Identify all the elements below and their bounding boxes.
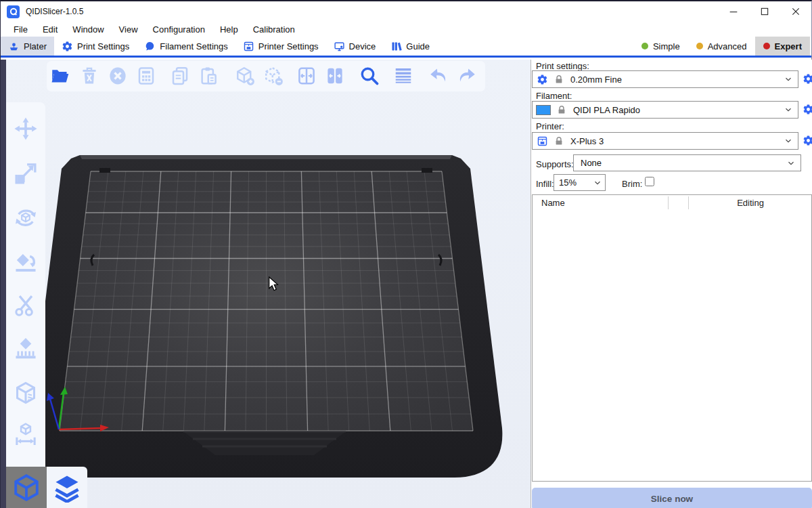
chevron-down-icon: [593, 179, 602, 187]
seam-paint-icon[interactable]: [13, 380, 39, 406]
simple-dot-icon: [641, 43, 648, 49]
printer-combo[interactable]: X-Plus 3: [532, 132, 798, 150]
window-title: QIDISlicer-1.0.5: [26, 7, 83, 16]
infill-label: Infill:: [536, 179, 554, 189]
maximize-icon[interactable]: [749, 1, 780, 22]
tab-printer-settings[interactable]: Printer Settings: [235, 37, 326, 56]
plater-icon: [8, 41, 20, 52]
minimize-icon[interactable]: [718, 1, 749, 22]
preview-view-button[interactable]: [47, 467, 87, 508]
mode-simple[interactable]: Simple: [633, 37, 688, 56]
split-objects-icon[interactable]: [295, 64, 318, 87]
filament-combo[interactable]: QIDI PLA Rapido: [532, 101, 798, 119]
menu-view[interactable]: View: [112, 24, 145, 35]
tab-print-settings[interactable]: Print Settings: [54, 37, 137, 56]
menu-file[interactable]: File: [6, 24, 35, 35]
print-bed: [1, 60, 531, 508]
measure-icon[interactable]: [13, 421, 39, 447]
add-instance-icon[interactable]: [233, 64, 256, 87]
supports-combo[interactable]: None: [573, 154, 801, 171]
mode-switch: Simple Advanced Expert: [633, 37, 811, 56]
column-separator: [668, 196, 669, 209]
slice-now-button[interactable]: Slice now: [532, 488, 812, 508]
supports-label: Supports:: [536, 159, 574, 169]
menu-edit[interactable]: Edit: [35, 24, 65, 35]
brim-label: Brim:: [622, 179, 642, 189]
mode-expert[interactable]: Expert: [755, 37, 810, 56]
view-switch: [6, 467, 87, 508]
menu-help[interactable]: Help: [212, 24, 246, 35]
delete-all-icon[interactable]: [106, 64, 129, 87]
menu-configuration[interactable]: Configuration: [145, 24, 212, 35]
chevron-down-icon: [784, 106, 792, 114]
print-settings-gear-button[interactable]: [803, 73, 812, 85]
layer-height-icon[interactable]: [392, 64, 415, 87]
plater-toolbar: [47, 61, 485, 91]
filament-icon: [144, 41, 156, 52]
device-icon: [334, 41, 345, 52]
tab-device[interactable]: Device: [326, 37, 384, 56]
arrange-icon[interactable]: [135, 64, 158, 87]
close-icon[interactable]: [780, 1, 811, 22]
lock-icon: [554, 75, 564, 84]
tab-filament-settings[interactable]: Filament Settings: [137, 37, 235, 56]
split-parts-icon[interactable]: [323, 64, 346, 87]
filament-gear-button[interactable]: [803, 104, 812, 115]
printer-icon: [243, 41, 254, 52]
mode-advanced[interactable]: Advanced: [688, 37, 755, 56]
chevron-down-icon: [784, 137, 792, 145]
redo-icon[interactable]: [455, 64, 478, 87]
rotate-icon[interactable]: [13, 205, 39, 230]
tab-bar: Plater Print Settings Filament Settings …: [1, 37, 811, 58]
printer-gear-button[interactable]: [803, 135, 812, 146]
filament-label: Filament:: [536, 91, 572, 101]
gear-icon: [537, 74, 548, 85]
app-window: QIDISlicer-1.0.5 File Edit Window View C…: [0, 0, 812, 508]
guide-icon: [390, 41, 402, 52]
expert-dot-icon: [763, 43, 770, 49]
undo-icon[interactable]: [427, 64, 450, 87]
menu-calibration[interactable]: Calibration: [246, 24, 302, 35]
advanced-dot-icon: [696, 43, 703, 49]
infill-combo[interactable]: 15%: [554, 174, 606, 191]
delete-icon[interactable]: [78, 64, 101, 87]
settings-panel: Print settings: 0.20mm Fine Filament: QI…: [531, 60, 812, 508]
column-name: Name: [541, 198, 565, 208]
editor-view-button[interactable]: [6, 467, 47, 508]
support-paint-icon[interactable]: [13, 336, 39, 362]
paste-icon[interactable]: [197, 64, 220, 87]
copy-icon[interactable]: [168, 64, 191, 87]
viewport-edge: [1, 60, 6, 508]
print-settings-combo[interactable]: 0.20mm Fine: [532, 70, 798, 88]
cut-icon[interactable]: [13, 293, 39, 318]
chevron-down-icon: [787, 159, 795, 167]
3d-viewport[interactable]: [1, 60, 531, 508]
title-bar: QIDISlicer-1.0.5: [1, 1, 811, 22]
tab-plater[interactable]: Plater: [1, 37, 54, 56]
move-icon[interactable]: [13, 116, 39, 142]
printer-icon: [537, 135, 548, 147]
gear-icon: [62, 41, 73, 52]
scale-icon[interactable]: [13, 161, 39, 186]
brim-checkbox[interactable]: [645, 177, 654, 186]
app-icon: [7, 5, 20, 18]
menu-window[interactable]: Window: [65, 24, 111, 35]
mouse-cursor: [268, 276, 279, 291]
menu-bar: File Edit Window View Configuration Help…: [1, 22, 811, 37]
place-on-face-icon[interactable]: [13, 249, 39, 274]
filament-color-swatch: [536, 105, 551, 115]
lock-icon: [554, 136, 564, 146]
lock-icon: [557, 105, 566, 114]
printer-label: Printer:: [536, 121, 564, 131]
chevron-down-icon: [784, 75, 792, 83]
search-icon[interactable]: [358, 64, 381, 87]
object-list[interactable]: Name Editing: [532, 194, 812, 482]
remove-instance-icon[interactable]: [262, 64, 285, 87]
column-editing: Editing: [688, 198, 812, 208]
tab-guide[interactable]: Guide: [383, 37, 437, 56]
gizmo-toolbar: [6, 102, 45, 478]
open-folder-icon[interactable]: [49, 64, 72, 87]
print-settings-label: Print settings:: [536, 61, 589, 71]
